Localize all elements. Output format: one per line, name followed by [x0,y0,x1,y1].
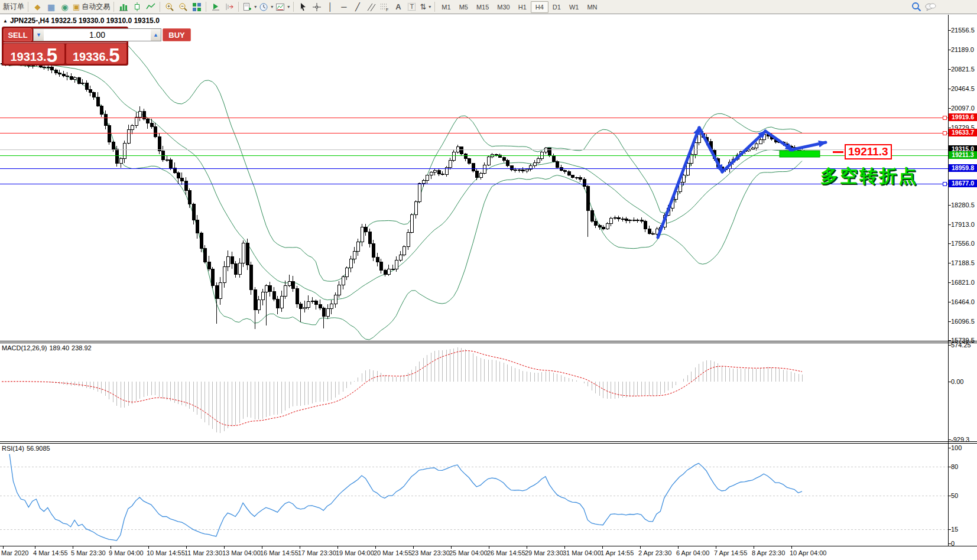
buy-price-main: 19336 [73,50,106,63]
time-axis-label: 13 Mar 04:00 [222,549,261,556]
macd-indicator-label: MACD(12,26,9)189.40238.92 [2,344,94,351]
time-axis-label: 9 Mar 04:00 [109,549,144,556]
toolbar-separator [113,2,114,12]
rsi-indicator-label: RSI(14)56.9085 [2,445,53,452]
time-axis-label: 16 Mar 14:55 [260,549,298,556]
label-icon[interactable]: T [405,1,418,13]
line-chart-icon[interactable] [144,1,157,13]
sell-price[interactable]: 19313.5 [4,44,64,64]
rsi-axis-tick: 15 [951,526,958,533]
data-window-icon[interactable]: ▦ [44,1,58,13]
volume-increase-button[interactable]: ▲ [151,29,161,41]
rsi-axis-tick: 100 [951,444,962,451]
arrows-icon[interactable]: ⇅▾ [418,1,432,13]
price-axis-tick: 21189.0 [951,46,974,53]
vertical-line-icon[interactable]: │ [323,1,337,13]
sell-button[interactable]: SELL [4,28,32,41]
price-axis-tick: 17913.0 [951,221,975,228]
price-axis-tick: 20097.0 [951,105,975,112]
mt4-window: { "toolbar": { "timeframes": ["M1","M5",… [0,0,977,560]
time-axis-label: 26 Mar 14:55 [487,549,525,556]
time-axis-label: 11 Mar 23:30 [184,549,222,556]
time-axis-label: 5 Mar 23:30 [71,549,106,556]
price-axis-tick: 17556.0 [951,240,975,247]
zigzag-arrow-segment-1[interactable] [658,128,699,237]
time-axis-label: 7 Apr 14:55 [714,549,747,556]
buy-button[interactable]: BUY [163,28,191,41]
periods-icon[interactable]: ▾ [258,1,274,13]
rsi-axis-tick: 0 [951,540,955,547]
volume-input[interactable] [44,29,151,41]
toolbar-separator [238,2,239,12]
time-axis-label: 1 Apr 14:55 [601,549,634,556]
time-axis-label: 6 Apr 04:00 [676,549,709,556]
bar-chart-icon[interactable] [116,1,130,13]
cursor-icon[interactable] [296,1,310,13]
zoom-in-icon[interactable] [163,1,176,13]
navigator-icon[interactable]: ◉ [58,1,72,13]
collapse-triangle-icon: ▲ [3,18,8,24]
hline-handle-19633.7[interactable] [943,131,947,135]
chart-title-text: JPN225-,H4 19322.5 19330.0 19310.0 19315… [10,17,160,25]
tab-timeframe-MN[interactable]: MN [583,1,601,13]
toolbar-separator [160,2,160,12]
horizontal-line-icon[interactable]: ─ [337,1,350,13]
symbol-search-icon[interactable] [910,1,923,13]
rsi-axis-tick: 50 [951,492,958,499]
trendline-icon[interactable]: ╱ [350,1,364,13]
support-zone-rectangle[interactable] [780,151,820,157]
toolbar-separator [28,2,28,12]
callout-dash [833,151,843,153]
tab-timeframe-W1[interactable]: W1 [565,1,583,13]
chart-plot-area[interactable] [0,0,977,560]
buy-price[interactable]: 19336.5 [66,44,127,64]
pane-frames [0,15,977,549]
templates-icon[interactable]: ▾ [274,1,291,13]
channel-icon[interactable] [364,1,378,13]
time-axis-label: 23 Mar 23:30 [411,549,450,556]
auto-scroll-icon[interactable] [209,1,222,13]
rsi-axis-tick: 80 [951,463,958,470]
price-badge-19633.7: 19633.7 [949,129,977,136]
time-axis-label: 8 Apr 23:30 [752,549,785,556]
market-watch-icon[interactable]: ◆ [31,1,44,13]
candlestick-chart-icon[interactable] [130,1,144,13]
text-icon[interactable]: A [391,1,405,13]
hline-handle-18677[interactable] [943,182,947,185]
tab-timeframe-M15[interactable]: M15 [472,1,493,13]
volume-decrease-button[interactable]: ▼ [34,29,44,41]
fibonacci-icon[interactable]: F [378,1,391,13]
macd-name: MACD(12,26,9) [2,344,47,351]
tab-timeframe-M5[interactable]: M5 [455,1,472,13]
one-click-trading-panel: SELL ▼ ▲ BUY 19313.5 19336.5 [2,27,128,66]
price-axis-tick: 16096.5 [951,318,975,325]
tab-timeframe-H1[interactable]: H1 [514,1,531,13]
community-icon[interactable] [923,1,937,13]
chinese-annotation-text[interactable]: 多空转折点 [820,164,918,188]
rsi-value: 56.9085 [27,445,50,452]
tab-timeframe-M1[interactable]: M1 [437,1,455,13]
crosshair-icon[interactable] [310,1,323,13]
zigzag-arrow-segment-4[interactable] [765,131,793,150]
price-callout-19211[interactable]: 19211.3 [833,144,892,159]
hline-handle-19919.6[interactable] [943,116,947,119]
chart-shift-icon[interactable] [222,1,236,13]
new-chart-icon[interactable]: ▾ [241,1,258,13]
price-axis-tick: 20464.5 [951,85,975,92]
time-axis-label: 4 Mar 14:55 [33,549,68,556]
zigzag-arrow-segment-3[interactable] [722,131,765,172]
tab-timeframe-D1[interactable]: D1 [548,1,565,13]
macd-axis-tick: 574.25 [951,341,971,349]
tile-windows-icon[interactable] [190,1,203,13]
new-order-button[interactable]: 新订单 [2,1,25,13]
sell-price-main: 19313 [10,50,43,63]
macd-main-value: 189.40 [49,344,69,351]
tab-timeframe-M30[interactable]: M30 [493,1,514,13]
autotrading-button[interactable]: ▣自动交易 [72,1,111,13]
timeframe-switcher: M1M5M15M30H1H4D1W1MN [437,1,601,13]
tab-timeframe-H4[interactable]: H4 [531,1,548,13]
zoom-out-icon[interactable] [176,1,190,13]
toolbar-separator [206,2,206,12]
time-axis-label: 29 Mar 23:30 [525,549,563,556]
zigzag-arrow-segment-5[interactable] [790,142,826,150]
